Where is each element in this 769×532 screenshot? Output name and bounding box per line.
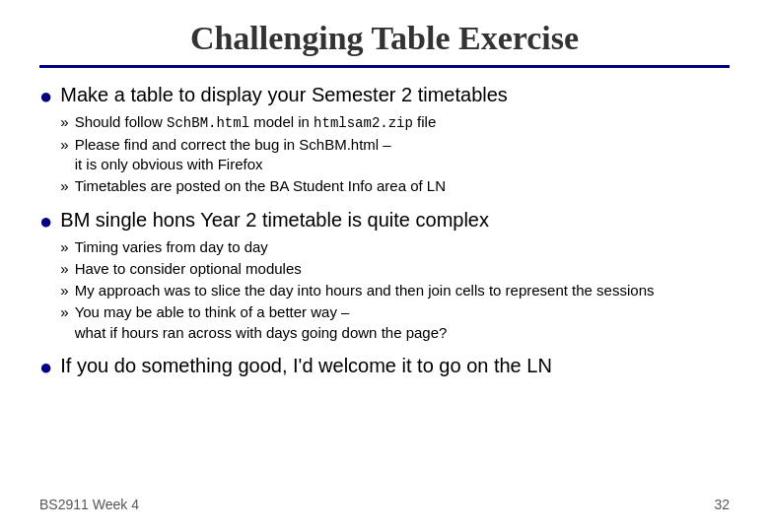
sub-arrow-2-2: »	[60, 260, 68, 277]
sub-text-1-1: Should follow SchBM.html model in htmlsa…	[75, 112, 437, 133]
sub-text-1-3: Timetables are posted on the BA Student …	[75, 176, 446, 196]
sub-bullet-2-2: » Have to consider optional modules	[60, 259, 654, 279]
sub-arrow-1-1: »	[60, 113, 68, 130]
sub-bullet-1-2: » Please find and correct the bug in Sch…	[60, 135, 508, 175]
bullet-item-1: ● Make a table to display your Semester …	[39, 82, 730, 197]
bullet-dot-1: ●	[39, 83, 52, 111]
content-area: ● Make a table to display your Semester …	[39, 82, 730, 485]
bullet-item-2: ● BM single hons Year 2 timetable is qui…	[39, 207, 730, 343]
sub-bullets-2: » Timing varies from day to day » Have t…	[60, 237, 654, 343]
bullet-content-1: Make a table to display your Semester 2 …	[60, 82, 508, 197]
footer-label: BS2911 Week 4	[39, 497, 139, 512]
footer-page-number: 32	[714, 497, 730, 512]
bullet-text-1: Make a table to display your Semester 2 …	[60, 82, 508, 108]
sub-arrow-2-4: »	[60, 303, 68, 320]
divider	[39, 65, 730, 68]
sub-bullet-2-4: » You may be able to think of a better w…	[60, 302, 654, 343]
slide: Challenging Table Exercise ● Make a tabl…	[0, 0, 769, 532]
sub-arrow-2-3: »	[60, 282, 68, 299]
sub-bullet-2-1: » Timing varies from day to day	[60, 237, 654, 257]
sub-arrow-1-2: »	[60, 136, 68, 153]
sub-text-2-1: Timing varies from day to day	[75, 237, 268, 257]
bullet-dot-2: ●	[39, 208, 52, 236]
sub-bullet-1-1: » Should follow SchBM.html model in html…	[60, 112, 508, 133]
sub-text-2-3: My approach was to slice the day into ho…	[75, 281, 655, 300]
sub-text-1-2: Please find and correct the bug in SchBM…	[75, 135, 391, 175]
sub-text-2-4: You may be able to think of a better way…	[75, 302, 448, 343]
bullet-text-2: BM single hons Year 2 timetable is quite…	[60, 207, 654, 233]
sub-bullet-1-3: » Timetables are posted on the BA Studen…	[60, 176, 508, 196]
slide-title: Challenging Table Exercise	[39, 20, 730, 57]
sub-bullet-2-3: » My approach was to slice the day into …	[60, 281, 654, 300]
bullet-dot-3: ●	[39, 354, 52, 382]
bullet-text-3: If you do something good, I'd welcome it…	[60, 353, 552, 379]
sub-arrow-1-3: »	[60, 177, 68, 194]
bullet-content-3: If you do something good, I'd welcome it…	[60, 353, 552, 379]
footer: BS2911 Week 4 32	[39, 493, 730, 512]
sub-bullets-1: » Should follow SchBM.html model in html…	[60, 112, 508, 197]
bullet-content-2: BM single hons Year 2 timetable is quite…	[60, 207, 654, 343]
sub-arrow-2-1: »	[60, 238, 68, 255]
sub-text-2-2: Have to consider optional modules	[75, 259, 302, 279]
bullet-item-3: ● If you do something good, I'd welcome …	[39, 353, 730, 382]
